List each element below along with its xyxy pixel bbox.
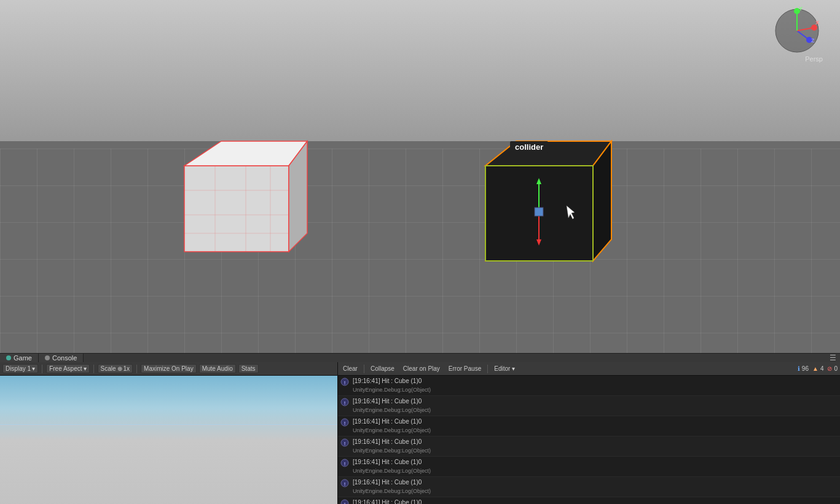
err-icon: ⊘ xyxy=(827,365,832,372)
log-entry[interactable]: ! [19:16:41] Hit : Cube (1)0UnityEngine.… xyxy=(338,396,840,416)
log-icon: ! xyxy=(340,378,349,386)
mute-button[interactable]: Mute Audio xyxy=(199,364,236,373)
svg-marker-0 xyxy=(184,166,289,252)
editor-dropdown[interactable]: Editor ▾ xyxy=(492,365,517,373)
clear-on-play-button[interactable]: Clear on Play xyxy=(401,365,442,373)
toolbar-sep-2 xyxy=(93,365,94,373)
info-badge: ℹ 96 xyxy=(798,365,809,372)
log-entry[interactable]: ! [19:16:41] Hit : Cube (1)0UnityEngine.… xyxy=(338,436,840,457)
collapse-button[interactable]: Collapse xyxy=(368,365,397,373)
collider-label: collider xyxy=(510,141,548,153)
console-sep-2 xyxy=(487,365,488,373)
svg-text:!: ! xyxy=(344,421,346,426)
scale-control[interactable]: Scale ⊕ 1x xyxy=(98,364,133,373)
scene-sky xyxy=(0,0,840,141)
svg-text:Y: Y xyxy=(799,6,803,12)
scene-view[interactable]: collider Z X Y Persp xyxy=(0,0,840,353)
warn-icon: ▲ xyxy=(812,365,818,372)
aspect-selector[interactable]: Free Aspect ▾ xyxy=(46,364,89,373)
log-icon: ! xyxy=(340,398,349,406)
log-icon: ! xyxy=(340,499,349,504)
game-horizon xyxy=(0,424,337,426)
console-tab-indicator xyxy=(45,355,50,360)
game-toolbar: Display 1 ▾ Free Aspect ▾ Scale ⊕ 1x Max… xyxy=(0,362,337,376)
persp-label: Persp xyxy=(805,55,823,63)
cube-left xyxy=(166,135,313,276)
console-sep-1 xyxy=(364,365,364,373)
svg-marker-1 xyxy=(184,141,307,166)
display-selector[interactable]: Display 1 ▾ xyxy=(2,364,38,373)
game-tab[interactable]: Game xyxy=(0,354,39,362)
stats-label: Stats xyxy=(241,365,256,372)
gizmo-widget: Z X Y xyxy=(772,6,822,61)
console-log[interactable]: ! [19:16:41] Hit : Cube (1)0UnityEngine.… xyxy=(338,376,840,504)
scale-value: 1x xyxy=(124,365,130,372)
log-entry[interactable]: ! [19:16:41] Hit : Cube (1)0UnityEngine.… xyxy=(338,376,840,396)
log-text: [19:16:41] Hit : Cube (1)0UnityEngine.De… xyxy=(353,438,431,455)
log-text: [19:16:41] Hit : Cube (1)0UnityEngine.De… xyxy=(353,478,431,495)
console-tab[interactable]: Console xyxy=(39,354,84,362)
warn-count: 4 xyxy=(820,365,824,372)
scale-label: Scale xyxy=(101,365,116,372)
err-count: 0 xyxy=(834,365,838,372)
log-text: [19:16:41] Hit : Cube (1)0UnityEngine.De… xyxy=(353,417,431,435)
svg-text:!: ! xyxy=(344,502,346,505)
svg-text:!: ! xyxy=(344,461,346,467)
game-tab-label: Game xyxy=(14,354,32,362)
info-icon: ℹ xyxy=(798,365,800,372)
log-icon: ! xyxy=(340,479,349,487)
console-toolbar: Clear Collapse Clear on Play Error Pause… xyxy=(338,362,840,376)
maximize-button[interactable]: Maximize On Play xyxy=(141,364,197,373)
error-pause-button[interactable]: Error Pause xyxy=(446,365,484,373)
tab-bar: Game Console ☰ xyxy=(0,353,840,362)
log-entry[interactable]: ! [19:16:41] Hit : Cube (1)0UnityEngine.… xyxy=(338,457,840,477)
mute-label: Mute Audio xyxy=(202,365,233,372)
scene-grid xyxy=(0,149,840,354)
log-text: [19:16:41] Hit : Cube (1)0UnityEngine.De… xyxy=(353,498,431,504)
svg-text:Z: Z xyxy=(811,37,815,44)
panels-row: Display 1 ▾ Free Aspect ▾ Scale ⊕ 1x Max… xyxy=(0,362,840,504)
warn-badge: ▲ 4 xyxy=(812,365,823,372)
bottom-area: Game Console ☰ Display 1 ▾ Free Aspect ▾ xyxy=(0,353,840,504)
svg-text:!: ! xyxy=(344,380,346,386)
game-tab-indicator xyxy=(6,355,11,360)
log-entry[interactable]: ! [19:16:41] Hit : Cube (1)0UnityEngine.… xyxy=(338,477,840,497)
stats-button[interactable]: Stats xyxy=(238,364,259,373)
display-label: Display 1 xyxy=(6,365,31,372)
log-entry[interactable]: ! [19:16:41] Hit : Cube (1)0UnityEngine.… xyxy=(338,416,840,436)
log-icon: ! xyxy=(340,418,349,427)
err-badge: ⊘ 0 xyxy=(827,365,838,372)
aspect-chevron: ▾ xyxy=(84,365,87,372)
log-text: [19:16:41] Hit : Cube (1)0UnityEngine.De… xyxy=(353,458,431,475)
game-panel: Display 1 ▾ Free Aspect ▾ Scale ⊕ 1x Max… xyxy=(0,362,338,504)
console-badge-area: ℹ 96 ▲ 4 ⊘ 0 xyxy=(798,365,838,372)
svg-text:X: X xyxy=(815,20,819,26)
log-text: [19:16:41] Hit : Cube (1)0UnityEngine.De… xyxy=(353,377,431,394)
svg-rect-20 xyxy=(535,207,543,216)
toolbar-sep-1 xyxy=(42,365,42,373)
clear-button[interactable]: Clear xyxy=(340,365,360,373)
maximize-label: Maximize On Play xyxy=(144,365,194,372)
cube-right xyxy=(473,132,621,282)
log-entry[interactable]: ! [19:16:41] Hit : Cube (1)0UnityEngine.… xyxy=(338,497,840,504)
tab-menu-button[interactable]: ☰ xyxy=(826,354,840,362)
aspect-label: Free Aspect xyxy=(49,365,82,372)
scale-icon: ⊕ xyxy=(117,365,122,372)
game-viewport[interactable] xyxy=(0,376,337,504)
svg-text:!: ! xyxy=(344,441,346,446)
console-tab-label: Console xyxy=(52,354,77,362)
console-panel: Clear Collapse Clear on Play Error Pause… xyxy=(338,362,840,504)
toolbar-sep-3 xyxy=(136,365,137,373)
svg-text:!: ! xyxy=(344,481,346,487)
info-count: 96 xyxy=(802,365,809,372)
svg-marker-10 xyxy=(485,141,611,166)
log-icon: ! xyxy=(340,438,349,447)
display-chevron: ▾ xyxy=(32,365,35,372)
svg-text:!: ! xyxy=(344,400,346,406)
log-text: [19:16:41] Hit : Cube (1)0UnityEngine.De… xyxy=(353,397,431,414)
log-icon: ! xyxy=(340,459,349,467)
